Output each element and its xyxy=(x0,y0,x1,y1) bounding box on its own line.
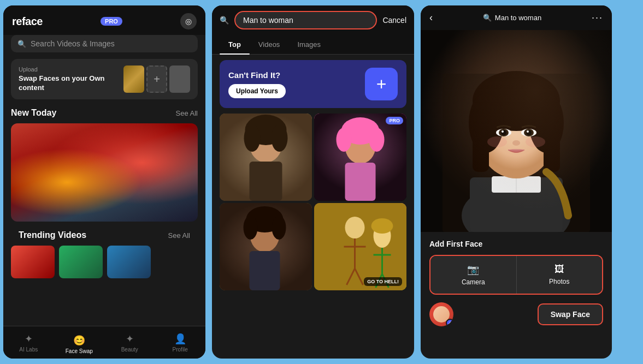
portrait-bg-detail xyxy=(421,30,612,232)
upload-label: Upload xyxy=(19,66,117,73)
upload-thumb-1 xyxy=(123,65,144,93)
nav-item-profile[interactable]: 👤 Profile xyxy=(155,331,206,356)
upload-card[interactable]: Upload Swap Faces on your Own content + xyxy=(11,59,198,99)
search-top-bar: 🔍 Man to woman Cancel xyxy=(212,5,414,35)
pro-tag: PRO xyxy=(386,117,403,124)
swap-face-button[interactable]: Swap Face xyxy=(538,303,603,325)
app-logo: reface xyxy=(12,15,43,28)
trending-section: Trending Videos See All xyxy=(3,230,205,278)
detail-search-text: Man to woman xyxy=(495,14,541,22)
cant-find-left: Can't Find It? Upload Yours xyxy=(228,70,286,98)
search-query-text: Man to woman xyxy=(243,16,293,25)
upload-title: Swap Faces on your Own content xyxy=(19,74,117,93)
featured-image-inner xyxy=(11,123,198,222)
search-small-icon: 🔍 xyxy=(220,16,229,25)
new-today-header: New Today See All xyxy=(3,108,205,123)
swap-row: + Swap Face xyxy=(429,302,603,326)
new-today-see-all[interactable]: See All xyxy=(176,109,198,117)
search-bar[interactable]: 🔍 Search Videos & Images xyxy=(11,35,198,52)
panel-home: reface PRO ◎ 🔍 Search Videos & Images Up… xyxy=(3,5,205,359)
back-button[interactable]: ‹ xyxy=(429,12,433,23)
svg-point-9 xyxy=(337,128,352,152)
nav-item-face-swap[interactable]: 😊 Face Swap xyxy=(54,331,105,356)
upload-plus-button[interactable]: + xyxy=(146,65,167,93)
add-face-section: Add First Face 📷 Camera 🖼 Photos + Swap … xyxy=(421,232,612,334)
face-avatar-plus-icon: + xyxy=(446,319,453,326)
upload-info: Upload Swap Faces on your Own content xyxy=(19,66,117,93)
result-card-1[interactable] xyxy=(220,114,312,201)
trending-thumb-2[interactable] xyxy=(59,246,103,278)
panel-search: 🔍 Man to woman Cancel Top Videos Images … xyxy=(212,5,414,359)
camera-button[interactable]: 📷 Camera xyxy=(430,256,517,294)
tab-top[interactable]: Top xyxy=(220,35,250,54)
nav-item-ai-labs[interactable]: ✦ AI Labs xyxy=(3,331,54,356)
detail-header: ‹ 🔍 Man to woman ··· xyxy=(421,5,612,30)
trending-thumb-3[interactable] xyxy=(107,246,151,278)
panel-detail: ‹ 🔍 Man to woman ··· xyxy=(421,5,612,359)
svg-point-15 xyxy=(244,216,258,240)
photos-icon: 🖼 xyxy=(554,264,564,275)
trending-title: Trending Videos xyxy=(19,230,86,240)
svg-point-4 xyxy=(272,124,288,152)
go-to-hell-tag: GO TO HELL! xyxy=(364,277,402,286)
trending-thumb-1[interactable] xyxy=(11,246,55,278)
camera-label: Camera xyxy=(462,278,485,286)
portrait-image[interactable] xyxy=(421,30,612,232)
more-options-button[interactable]: ··· xyxy=(592,12,603,23)
result-card-3[interactable] xyxy=(220,203,312,290)
nav-item-beauty[interactable]: ✦ Beauty xyxy=(104,331,155,356)
search-icon: 🔍 xyxy=(17,40,26,48)
trending-header: Trending Videos See All xyxy=(11,230,198,246)
new-today-title: New Today xyxy=(11,108,56,118)
tabs-row: Top Videos Images xyxy=(212,35,414,55)
add-face-title: Add First Face xyxy=(429,240,603,248)
home-header: reface PRO ◎ xyxy=(3,5,205,35)
result-card-2[interactable]: PRO xyxy=(314,114,406,201)
result-card-4[interactable]: GO TO HELL! xyxy=(314,203,406,290)
svg-rect-17 xyxy=(250,251,280,290)
featured-image[interactable] xyxy=(11,123,198,222)
pro-badge: PRO xyxy=(101,17,122,26)
camera-icon: 📷 xyxy=(467,264,479,276)
upload-thumb-2 xyxy=(169,65,190,93)
cant-find-title: Can't Find It? xyxy=(228,70,286,80)
tab-images[interactable]: Images xyxy=(288,35,329,54)
trending-see-all[interactable]: See All xyxy=(168,231,190,240)
results-grid: PRO xyxy=(212,114,414,290)
nav-label-beauty: Beauty xyxy=(121,347,138,353)
photos-button[interactable]: 🖼 Photos xyxy=(517,256,603,294)
profile-icon: 👤 xyxy=(174,333,186,345)
beauty-icon: ✦ xyxy=(126,333,134,345)
svg-point-20 xyxy=(345,217,365,238)
face-buttons-container: 📷 Camera 🖼 Photos xyxy=(429,255,603,295)
nav-label-profile: Profile xyxy=(173,347,188,353)
face-swap-icon: 😊 xyxy=(73,335,85,347)
svg-point-16 xyxy=(272,216,286,240)
upload-images: + xyxy=(123,65,190,93)
face-avatar[interactable]: + xyxy=(429,302,453,326)
cant-find-plus-icon: + xyxy=(365,68,398,100)
trending-scroll xyxy=(11,246,198,278)
detail-search-icon: 🔍 xyxy=(483,14,492,22)
cant-find-banner: Can't Find It? Upload Yours + xyxy=(220,60,406,108)
svg-rect-11 xyxy=(345,163,376,201)
search-query-box[interactable]: Man to woman xyxy=(234,11,377,29)
upload-yours-button[interactable]: Upload Yours xyxy=(228,84,286,98)
svg-point-26 xyxy=(371,218,393,234)
search-placeholder: Search Videos & Images xyxy=(31,39,115,48)
svg-point-10 xyxy=(369,128,385,152)
ai-labs-icon: ✦ xyxy=(25,333,33,345)
svg-point-3 xyxy=(244,124,261,152)
user-avatar[interactable]: ◎ xyxy=(180,13,197,29)
nav-label-ai-labs: AI Labs xyxy=(19,347,38,353)
photos-label: Photos xyxy=(549,278,569,285)
svg-rect-5 xyxy=(250,162,282,201)
tab-videos[interactable]: Videos xyxy=(250,35,289,54)
detail-search-query: 🔍 Man to woman xyxy=(483,14,541,22)
cancel-button[interactable]: Cancel xyxy=(382,16,406,25)
nav-label-face-swap: Face Swap xyxy=(66,348,93,354)
bottom-nav: ✦ AI Labs 😊 Face Swap ✦ Beauty 👤 Profile xyxy=(3,326,205,359)
